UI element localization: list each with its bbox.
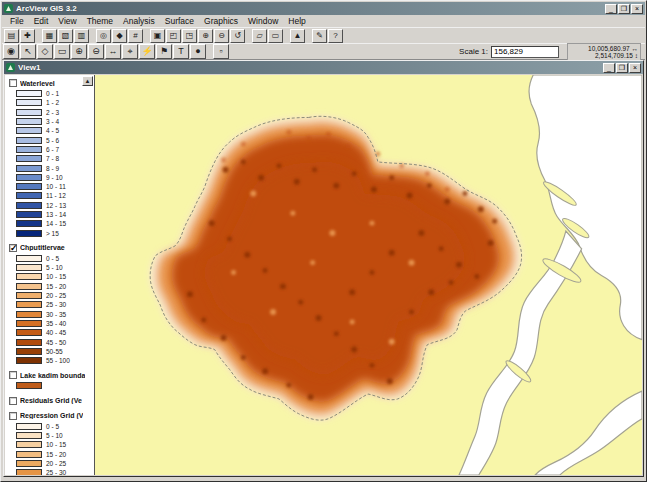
zoom-previous-button[interactable]: ↺ bbox=[230, 29, 245, 43]
map-canvas bbox=[95, 75, 642, 475]
theme-checkbox[interactable] bbox=[9, 371, 17, 379]
select-features-button[interactable]: ▱ bbox=[252, 29, 267, 43]
app-close-button[interactable]: × bbox=[631, 4, 643, 14]
class-label: 6 - 7 bbox=[46, 146, 59, 153]
help-button[interactable]: ? bbox=[328, 29, 343, 43]
class-label: 2 - 3 bbox=[46, 109, 59, 116]
class-label: 35 - 40 bbox=[46, 320, 66, 327]
zoom-in-button[interactable]: ⊕ bbox=[198, 29, 213, 43]
zoom-selected-button[interactable]: ◳ bbox=[182, 29, 197, 43]
theme-name[interactable]: Residuals Grid (Ve bbox=[20, 397, 82, 404]
legend-class-row: 25 - 30 bbox=[9, 468, 93, 475]
app-minimize-button[interactable]: _ bbox=[605, 4, 617, 14]
locate-address-button[interactable]: ◆ bbox=[112, 29, 127, 43]
identify-tool-button[interactable]: ◉ bbox=[3, 44, 19, 59]
pan-tool-button[interactable]: ↔ bbox=[105, 44, 121, 59]
toolbar-group: ▱▭ bbox=[252, 29, 284, 43]
menu-edit[interactable]: Edit bbox=[29, 16, 54, 26]
class-label: 7 - 8 bbox=[46, 155, 59, 162]
measure-tool-button[interactable]: ⌖ bbox=[122, 44, 138, 59]
class-swatch bbox=[16, 155, 42, 162]
theme-name[interactable]: Lake kadim bounda bbox=[20, 372, 85, 379]
theme-name[interactable]: Chputitlervae bbox=[20, 244, 65, 251]
legend-theme-5: Regression Grid (V0 - 55 - 1010 - 1515 -… bbox=[9, 411, 93, 475]
theme-properties-button[interactable]: ▦ bbox=[42, 29, 57, 43]
query-builder-button[interactable]: # bbox=[128, 29, 143, 43]
menu-analysis[interactable]: Analysis bbox=[118, 16, 160, 26]
class-swatch bbox=[16, 99, 42, 106]
draw-point-tool-button[interactable]: ● bbox=[190, 44, 206, 59]
app-window: ArcView GIS 3.2 _ ❐ × FileEditViewThemeA… bbox=[0, 0, 647, 482]
arcview-app-icon bbox=[4, 4, 13, 13]
legend-themes: Waterlevel0 - 11 - 22 - 33 - 44 - 55 - 6… bbox=[9, 78, 93, 475]
view-window: View1 _ ❐ × ▲ Waterlevel0 - 11 - 22 - 33… bbox=[3, 60, 644, 477]
zoom-out-button[interactable]: ⊖ bbox=[214, 29, 229, 43]
menu-help[interactable]: Help bbox=[283, 16, 310, 26]
zoom-out-tool-button[interactable]: ⊖ bbox=[88, 44, 104, 59]
theme-checkbox[interactable]: ✓ bbox=[9, 244, 17, 252]
theme-checkbox[interactable] bbox=[9, 412, 17, 420]
theme-checkbox[interactable] bbox=[9, 79, 17, 87]
pointer-tool-button[interactable]: ↖ bbox=[20, 44, 36, 59]
legend-class-row: 10 - 15 bbox=[9, 272, 93, 281]
class-label: 3 - 4 bbox=[46, 118, 59, 125]
area-select-tool-button[interactable]: ▫ bbox=[213, 44, 229, 59]
view-minimize-button[interactable]: _ bbox=[603, 63, 615, 73]
app-title: ArcView GIS 3.2 bbox=[16, 4, 602, 13]
vertex-edit-tool-button[interactable]: ◇ bbox=[37, 44, 53, 59]
class-label: 25 - 30 bbox=[46, 301, 66, 308]
add-theme-button[interactable]: ✚ bbox=[20, 29, 35, 43]
draw-profile-button[interactable]: ✎ bbox=[312, 29, 327, 43]
select-feature-tool-button[interactable]: ▭ bbox=[54, 44, 70, 59]
menu-file[interactable]: File bbox=[5, 16, 29, 26]
menu-view[interactable]: View bbox=[53, 16, 81, 26]
class-swatch bbox=[16, 382, 42, 389]
app-title-bar: ArcView GIS 3.2 _ ❐ × bbox=[2, 2, 645, 15]
open-theme-table-button[interactable]: ▥ bbox=[74, 29, 89, 43]
class-swatch bbox=[16, 220, 42, 227]
class-swatch bbox=[16, 460, 42, 467]
map-area[interactable] bbox=[95, 75, 642, 475]
view-title-bar[interactable]: View1 _ ❐ × bbox=[4, 61, 643, 74]
theme-name[interactable]: Waterlevel bbox=[20, 80, 55, 87]
clear-selection-button[interactable]: ▭ bbox=[268, 29, 283, 43]
class-label: 55 - 100 bbox=[46, 357, 70, 364]
app-maximize-button[interactable]: ❐ bbox=[618, 4, 630, 14]
view-close-button[interactable]: × bbox=[629, 63, 641, 73]
class-swatch bbox=[16, 137, 42, 144]
save-project-button[interactable]: ▤ bbox=[4, 29, 19, 43]
theme-checkbox[interactable] bbox=[9, 397, 17, 405]
menu-theme[interactable]: Theme bbox=[82, 16, 118, 26]
find-button[interactable]: ◎ bbox=[96, 29, 111, 43]
histogram-button[interactable]: ▲ bbox=[290, 29, 305, 43]
class-swatch bbox=[16, 165, 42, 172]
class-swatch bbox=[16, 109, 42, 116]
theme-header: Lake kadim bounda bbox=[9, 370, 93, 380]
class-swatch bbox=[16, 118, 42, 125]
menu-graphics[interactable]: Graphics bbox=[199, 16, 243, 26]
toolbar-group: ◎◆# bbox=[96, 29, 144, 43]
edit-legend-button[interactable]: ▧ bbox=[58, 29, 73, 43]
class-label: 0 - 5 bbox=[46, 255, 59, 262]
zoom-active-theme-button[interactable]: ◰ bbox=[166, 29, 181, 43]
theme-name[interactable]: Regression Grid (V bbox=[20, 412, 83, 419]
legend-class-row: 35 - 40 bbox=[9, 319, 93, 328]
zoom-full-extent-button[interactable]: ▣ bbox=[150, 29, 165, 43]
class-swatch bbox=[16, 192, 42, 199]
menu-surface[interactable]: Surface bbox=[160, 16, 199, 26]
legend-class-row: 0 - 5 bbox=[9, 254, 93, 263]
class-swatch bbox=[16, 357, 42, 364]
label-tool-button[interactable]: ⚑ bbox=[156, 44, 172, 59]
class-label: 11 - 12 bbox=[46, 192, 66, 199]
zoom-in-tool-button[interactable]: ⊕ bbox=[71, 44, 87, 59]
view-maximize-button[interactable]: ❐ bbox=[616, 63, 628, 73]
hotlink-tool-button[interactable]: ⚡ bbox=[139, 44, 155, 59]
menu-window[interactable]: Window bbox=[243, 16, 283, 26]
legend-scroll-up-button[interactable]: ▲ bbox=[82, 76, 93, 86]
text-tool-button[interactable]: T bbox=[173, 44, 189, 59]
scale-label: Scale 1: bbox=[459, 47, 488, 56]
coordinate-x: 10,005,680.97 bbox=[588, 45, 630, 52]
legend-class-row: 1 - 2 bbox=[9, 98, 93, 107]
scale-input[interactable] bbox=[491, 46, 559, 58]
class-label: 25 - 30 bbox=[46, 469, 66, 475]
